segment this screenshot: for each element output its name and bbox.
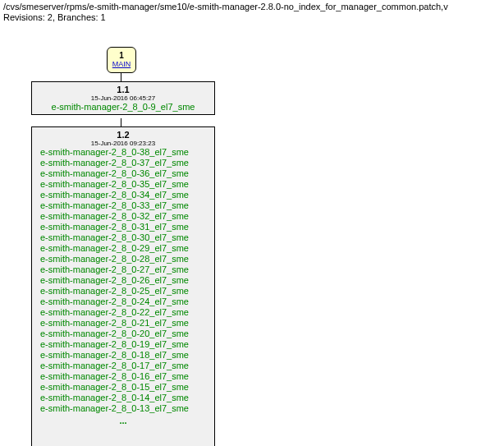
revision-tag: e-smith-manager-2_8_0-13_el7_sme [40,403,209,414]
branch-main-box[interactable]: 1 MAIN [107,47,136,73]
revision-number: 1.1 [37,85,209,94]
revision-tag: e-smith-manager-2_8_0-36_el7_sme [40,168,209,179]
revision-tag: e-smith-manager-2_8_0-14_el7_sme [40,393,209,403]
revision-tag: e-smith-manager-2_8_0-29_el7_sme [40,243,209,254]
revision-tag: e-smith-manager-2_8_0-34_el7_sme [40,190,209,200]
diagram: 1 MAIN 1.1 15-Jun-2016 06:45:27 e-smith-… [0,24,504,30]
revision-tag: e-smith-manager-2_8_0-38_el7_sme [40,147,209,158]
branch-label: MAIN [112,60,131,69]
revision-date: 15-Jun-2016 09:23:23 [37,140,209,147]
revision-tag: e-smith-manager-2_8_0-20_el7_sme [40,329,209,339]
connector-line [121,118,121,126]
revision-tag: e-smith-manager-2_8_0-26_el7_sme [40,275,209,286]
revision-node-2[interactable]: 1.2 15-Jun-2016 09:23:23 e-smith-manager… [31,126,215,446]
header: /cvs/smeserver/rpms/e-smith-manager/sme1… [0,0,504,24]
revision-tag: e-smith-manager-2_8_0-9_el7_sme [37,102,209,112]
tag-list: e-smith-manager-2_8_0-38_el7_smee-smith-… [37,147,209,414]
revision-tag: e-smith-manager-2_8_0-33_el7_sme [40,200,209,211]
revision-tag: e-smith-manager-2_8_0-31_el7_sme [40,222,209,232]
revision-tag: e-smith-manager-2_8_0-21_el7_sme [40,318,209,329]
revision-tag: e-smith-manager-2_8_0-22_el7_sme [40,307,209,318]
connector-line [121,73,121,81]
revision-number: 1.2 [37,130,209,140]
file-path: /cvs/smeserver/rpms/e-smith-manager/sme1… [3,2,501,11]
revision-tag: e-smith-manager-2_8_0-18_el7_sme [40,350,209,361]
ellipsis: ... [37,416,209,425]
revision-tag: e-smith-manager-2_8_0-32_el7_sme [40,211,209,222]
revision-node-1[interactable]: 1.1 15-Jun-2016 06:45:27 e-smith-manager… [31,81,215,115]
revision-tag: e-smith-manager-2_8_0-24_el7_sme [40,297,209,307]
revisions-summary: Revisions: 2, Branches: 1 [3,12,501,22]
revision-tag: e-smith-manager-2_8_0-17_el7_sme [40,361,209,371]
revision-date: 15-Jun-2016 06:45:27 [37,94,209,102]
revision-tag: e-smith-manager-2_8_0-35_el7_sme [40,179,209,190]
revision-tag: e-smith-manager-2_8_0-15_el7_sme [40,382,209,393]
revision-tag: e-smith-manager-2_8_0-25_el7_sme [40,286,209,297]
revision-tag: e-smith-manager-2_8_0-16_el7_sme [40,371,209,382]
branch-number: 1 [119,51,124,60]
revision-tag: e-smith-manager-2_8_0-37_el7_sme [40,158,209,168]
revision-tag: e-smith-manager-2_8_0-28_el7_sme [40,254,209,264]
revision-tag: e-smith-manager-2_8_0-19_el7_sme [40,339,209,350]
revision-tag: e-smith-manager-2_8_0-27_el7_sme [40,264,209,275]
revision-tag: e-smith-manager-2_8_0-30_el7_sme [40,232,209,243]
